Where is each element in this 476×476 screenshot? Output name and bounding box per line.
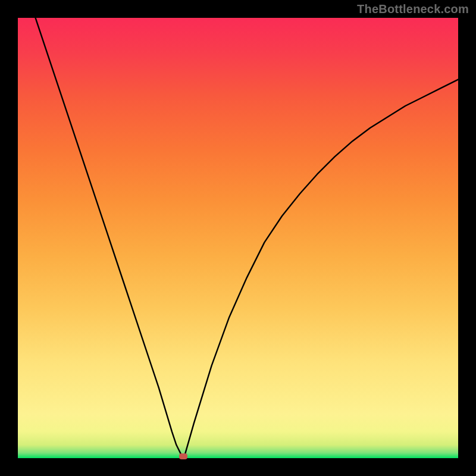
chart-container: TheBottleneck.com (0, 0, 476, 476)
bottleneck-curve (36, 18, 458, 456)
watermark-text: TheBottleneck.com (357, 2, 469, 16)
curve-svg (18, 18, 458, 458)
plot-frame (18, 18, 458, 458)
min-marker (179, 453, 187, 459)
